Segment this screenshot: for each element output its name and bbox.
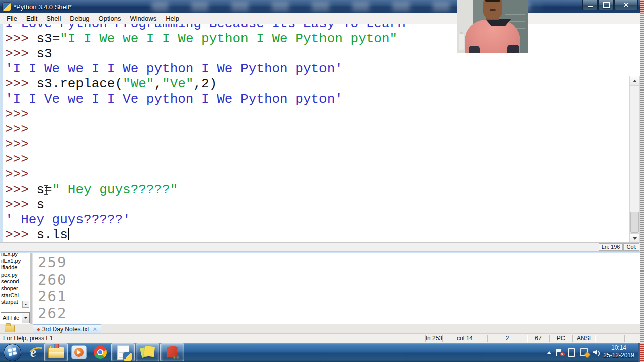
shell-line: >>> xyxy=(5,107,640,122)
shell-text-area[interactable]: I Love Python Programming Because Its Ea… xyxy=(0,24,640,242)
file-item[interactable]: starpat xyxy=(1,299,23,306)
menu-item-windows[interactable]: Windows xyxy=(125,15,161,22)
media-player-icon xyxy=(71,345,87,359)
status-cell xyxy=(624,335,640,342)
shell-text: s xyxy=(36,197,44,212)
window-controls: ✕ xyxy=(582,0,638,10)
shell-lines: I Love Python Programming Because Its Ea… xyxy=(3,24,640,242)
taskbar-chrome[interactable] xyxy=(90,344,110,361)
taskbar-python-idle[interactable] xyxy=(111,343,135,361)
volume-icon[interactable] xyxy=(593,349,600,356)
scroll-up-button[interactable] xyxy=(630,76,639,86)
menu-item-shell[interactable]: Shell xyxy=(42,15,65,22)
shell-line: >>> s xyxy=(5,197,640,212)
menu-item-options[interactable]: Options xyxy=(94,15,126,22)
dropdown-arrow-button[interactable] xyxy=(22,313,29,323)
file-item[interactable]: starChi xyxy=(1,292,23,299)
shell-vertical-scrollbar[interactable] xyxy=(629,76,640,242)
clipboard-tray-icon[interactable] xyxy=(568,348,575,357)
editor-area[interactable]: 259260261262 xyxy=(32,253,640,324)
menu-item-file[interactable]: File xyxy=(2,15,22,22)
status-cell: 2 xyxy=(487,335,527,342)
presenter-torso xyxy=(465,20,520,53)
folder-icon[interactable] xyxy=(5,325,15,332)
menu-item-edit[interactable]: Edit xyxy=(22,15,42,22)
menu-item-help[interactable]: Help xyxy=(161,15,184,22)
line-number-gutter: 259260261262 xyxy=(33,253,640,322)
desktop: *Python 3.4.0 Shell* ✕ FileEditShellDebu… xyxy=(0,0,644,362)
file-filter-value: All File xyxy=(1,315,22,321)
idle-menubar: FileEditShellDebugOptionsWindowsHelp xyxy=(0,13,640,24)
action-center-flag-icon[interactable]: ✕ xyxy=(556,349,563,356)
tab-close-icon[interactable]: ✕ xyxy=(93,326,97,333)
start-button[interactable] xyxy=(2,343,23,362)
taskbar: e ++ ✕ xyxy=(0,343,644,362)
taskbar-windows-explorer[interactable] xyxy=(44,343,68,361)
file-item[interactable]: ifEx.py xyxy=(1,253,23,258)
status-cell: ANSI xyxy=(572,335,595,342)
file-item[interactable]: shoper xyxy=(1,285,23,292)
line-number: 261 xyxy=(38,288,640,305)
python-app-icon xyxy=(3,3,11,11)
taskbar-internet-explorer[interactable]: e xyxy=(23,344,43,361)
shell-text: I Love Python Programming Because Its Ea… xyxy=(5,24,406,31)
minimize-button[interactable] xyxy=(582,0,598,10)
close-button[interactable]: ✕ xyxy=(614,0,638,10)
file-item[interactable]: second xyxy=(1,278,23,285)
line-number: 259 xyxy=(38,254,640,272)
water-bottle xyxy=(459,34,464,50)
shell-text: >>> xyxy=(5,152,36,167)
window-title: *Python 3.4.0 Shell* xyxy=(14,3,72,11)
scrollbar-thumb[interactable] xyxy=(630,212,639,233)
error-badge: ✕ xyxy=(560,352,565,356)
shell-text: "Ve" xyxy=(162,76,193,92)
network-alert-icon[interactable] xyxy=(580,348,588,356)
column-indicator: Col: xyxy=(623,243,639,251)
menu-item-debug[interactable]: Debug xyxy=(65,15,94,22)
clock-date: 25-12-2019 xyxy=(601,352,637,359)
play-icon xyxy=(77,350,84,355)
plus-plus-glyph: ++ xyxy=(172,354,180,360)
shell-text: ' Hey guys?????' xyxy=(5,212,131,227)
glasses xyxy=(485,0,500,2)
play-circle xyxy=(74,348,84,357)
file-item[interactable]: ifladde xyxy=(1,264,23,272)
shell-line: I Love Python Programming Because Its Ea… xyxy=(5,24,640,31)
speaker-wave xyxy=(593,350,600,357)
screen-edge-artifact-top xyxy=(640,0,644,13)
maximize-button[interactable] xyxy=(598,0,614,10)
taskbar-sticky-notes[interactable] xyxy=(136,343,159,361)
ibeam-cursor xyxy=(43,185,49,195)
sticky-notes-icon xyxy=(141,346,154,359)
shell-text: s3.replace( xyxy=(36,76,123,92)
idle-titlebar[interactable]: *Python 3.4.0 Shell* ✕ xyxy=(0,0,640,13)
chrome-core xyxy=(98,350,102,354)
taskbar-editplus[interactable]: ++ xyxy=(160,343,184,361)
arrow-down-icon xyxy=(633,237,637,242)
file-item[interactable]: ifEx1.py xyxy=(1,258,23,265)
file-list-scroll-down-button[interactable] xyxy=(22,301,29,308)
arrow-down-icon xyxy=(24,304,27,307)
tray-clock[interactable]: 10:14 25-12-2019 xyxy=(601,344,637,359)
system-tray: ✕ xyxy=(547,343,600,362)
internet-explorer-icon: e xyxy=(30,346,36,359)
shell-line: >>> s3="I I We we I I We python I We Pyt… xyxy=(5,31,640,46)
shell-line: >>> s3 xyxy=(5,46,640,61)
shell-text: >>> xyxy=(5,31,36,46)
shell-line: >>> xyxy=(5,152,640,167)
scroll-down-button[interactable] xyxy=(630,233,639,242)
shell-text: s3= xyxy=(36,31,60,46)
shell-text: >>> xyxy=(5,46,36,61)
shell-text: >>> xyxy=(5,107,36,122)
document-tabbar: ◆ 3rd Day Notes.txt ✕ xyxy=(0,324,640,334)
shell-line: >>> s.ls xyxy=(5,227,640,242)
file-list: ifEx.pyifEx1.pyifladdepex.pysecondshoper… xyxy=(0,253,30,306)
python-idle-icon xyxy=(117,345,129,360)
tab-3rd-day-notes[interactable]: ◆ 3rd Day Notes.txt ✕ xyxy=(33,324,101,334)
status-cell: col 14 xyxy=(442,335,487,342)
shell-text: , xyxy=(154,76,162,92)
taskbar-media-player[interactable] xyxy=(69,344,89,361)
file-item[interactable]: pex.py xyxy=(1,272,23,279)
file-filter-dropdown[interactable]: All File xyxy=(1,312,30,323)
show-hidden-icons-button[interactable] xyxy=(547,349,551,354)
